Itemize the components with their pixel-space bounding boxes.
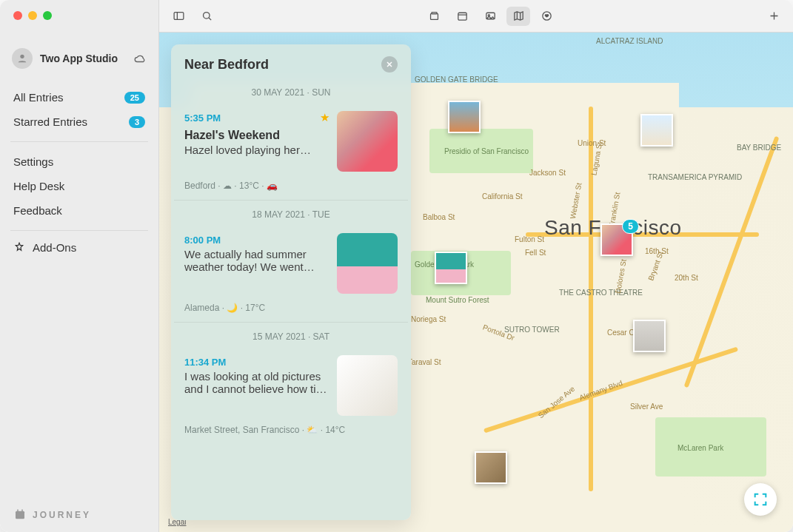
svg-point-0 [20,55,24,58]
sidebar: Two App Studio All Entries 25 Starred En… [0,0,159,532]
svg-rect-3 [21,510,23,513]
map-street-label: Fulton St [515,235,544,243]
map-street-label: Balboa St [423,213,455,221]
entry-item[interactable]: 5:35 PM ★ Hazel's Weekend Hazel loved pl… [174,104,408,201]
view-favorites-button[interactable] [535,7,558,26]
map-street-label: Taraval St [408,358,441,366]
account-row[interactable]: Two App Studio [0,41,158,82]
map-place-label: THE CASTRO THEATRE [559,289,643,297]
search-button[interactable] [195,7,218,26]
map-street-label: Fell St [525,249,546,257]
entry-thumbnail [337,111,398,172]
svg-point-6 [203,13,210,19]
avatar [12,48,33,69]
nav-label: Add-Ons [33,241,76,254]
entry-snippet: We actually had summer weather today! We… [184,248,329,273]
view-media-button[interactable] [478,7,502,26]
view-stack-button[interactable] [422,7,446,26]
entry-snippet: I was looking at old pictures and I cann… [184,370,329,395]
map-street-label: Noriega St [411,315,446,323]
map-place-label: McLaren Park [677,444,723,452]
date-separator: 30 MAY 2021 · SUN [174,78,408,104]
map-place-label: SUTRO TOWER [504,326,560,334]
nav-settings[interactable]: Settings [0,149,158,174]
map-place-label: GOLDEN GATE BRIDGE [415,75,498,84]
nav-label: Feedback [13,204,62,217]
entry-meta: Market Street, San Francisco · ⛅ · 14°C [184,425,398,435]
map-pin[interactable] [475,451,507,484]
toggle-sidebar-button[interactable] [167,7,190,26]
nav-starred-entries[interactable]: Starred Entries 3 [0,110,158,134]
svg-rect-9 [431,13,436,14]
nav-label: Help Desk [13,180,64,192]
entry-item[interactable]: 8:00 PM We actually had summer weather t… [174,226,408,323]
nav-badge: 25 [124,92,145,104]
map-pin[interactable] [640,114,673,147]
entry-meta: Alameda · 🌙 · 17°C [184,303,398,313]
nav-badge: 3 [129,116,145,128]
app-brand: JOURNEY [0,498,158,532]
map-place-label: Mount Sutro Forest [426,296,489,304]
entry-item[interactable]: 11:34 PM I was looking at old pictures a… [174,348,408,444]
expand-map-button[interactable] [744,483,777,516]
date-separator: 15 MAY 2021 · SAT [174,323,408,348]
cluster-count: 5 [622,219,639,234]
map-pin-cluster[interactable]: 5 [600,223,633,256]
nav-all-entries[interactable]: All Entries 25 [0,85,158,110]
svg-rect-4 [174,13,184,20]
svg-rect-8 [430,14,438,20]
svg-rect-2 [17,510,19,513]
svg-line-7 [208,18,210,20]
star-icon: ★ [320,111,329,124]
map-pin[interactable] [448,101,481,133]
map-place-label: ALCATRAZ ISLAND [596,37,663,45]
nav-addons[interactable]: Add-Ons [0,235,158,260]
map-place-label: BAY BRIDGE [737,144,781,152]
window-minimize[interactable] [28,11,37,20]
map-street-label: Jackson St [529,169,566,177]
map-pin[interactable] [435,252,467,284]
entry-time: 8:00 PM [184,235,221,246]
nav-label: Settings [13,155,53,168]
window-close[interactable] [13,11,22,20]
map-street-label: 20th St [675,274,698,282]
nav-label: Starred Entries [13,115,87,128]
map-pin[interactable] [633,320,666,352]
map-street-label: Silver Ave [630,403,663,411]
map-place-label: TRANSAMERICA PYRAMID [648,173,742,181]
date-separator: 18 MAY 2021 · TUE [174,201,408,226]
svg-rect-10 [458,13,466,20]
window-maximize[interactable] [43,11,52,20]
account-name: Two App Studio [40,53,118,64]
map-street-label: 16th St [645,247,669,255]
cloud-icon [133,52,147,65]
entries-panel: Near Bedford 30 MAY 2021 · SUN 5:35 PM ★ [171,44,411,520]
entry-time: 11:34 PM [184,357,226,368]
entry-thumbnail [337,355,398,416]
nav-feedback[interactable]: Feedback [0,198,158,223]
entry-snippet: Hazel loved playing her… [184,144,329,156]
entry-time: 5:35 PM [184,112,221,124]
svg-rect-1 [16,511,24,519]
nav-helpdesk[interactable]: Help Desk [0,174,158,198]
map-street-label: California St [482,192,522,201]
view-map-button[interactable] [506,7,530,26]
view-calendar-button[interactable] [450,7,474,26]
new-entry-button[interactable] [762,7,786,26]
entry-thumbnail [337,233,398,294]
map-place-label: Presidio of San Francisco [444,147,529,155]
entry-meta: Bedford · ☁ · 13°C · 🚗 [184,181,398,191]
toolbar [159,0,793,33]
entry-title: Hazel's Weekend [184,129,329,142]
panel-title: Near Bedford [184,57,269,73]
tag-icon [13,242,25,254]
panel-close-button[interactable] [381,56,398,73]
nav-label: All Entries [13,91,64,104]
